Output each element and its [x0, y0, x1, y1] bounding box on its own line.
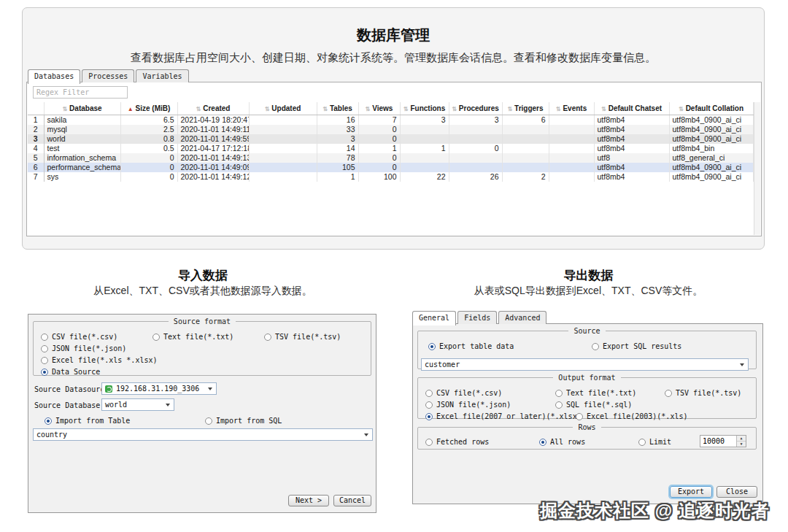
cell [249, 163, 317, 172]
column-header-functions[interactable]: ⇅Functions [400, 102, 449, 115]
vertical-scrollbar[interactable] [754, 102, 760, 235]
export-subtitle: 从表或SQL导出数据到Excel、TXT、CSV等文件。 [412, 285, 765, 298]
cell: 3 [317, 134, 358, 144]
cell: 33 [317, 125, 358, 134]
column-header-size-mib-[interactable]: ▲Size (MiB) [120, 102, 177, 115]
column-header-default-collation[interactable]: ⇅Default Collation [669, 102, 753, 115]
close-button[interactable]: Close [716, 486, 757, 498]
radio-limit[interactable]: Limit [638, 438, 671, 446]
table-row-sys[interactable]: 7sys02020-11-01 14:49:12110022262utf8mb4… [28, 172, 753, 182]
column-header-updated[interactable]: ⇅Updated [249, 102, 317, 115]
radio-out-xls[interactable]: Excel file(2003)(*.xls) [576, 412, 687, 420]
radio-excel-file[interactable]: Excel file(*.xls *.xlsx) [41, 356, 158, 364]
source-format-fieldset: Source format CSV file(*.csv) Text file(… [33, 317, 371, 376]
column-header-created[interactable]: ⇅Created [177, 102, 249, 115]
table-row-sakila[interactable]: 1sakila6.52021-04-19 18:20:47167336utf8m… [28, 115, 753, 125]
column-header-triggers[interactable]: ⇅Triggers [502, 102, 549, 115]
export-title: 导出数据 [412, 267, 765, 284]
radio-import-from-sql[interactable]: Import from SQL [205, 417, 282, 425]
column-header-database[interactable]: ⇅Database [44, 102, 120, 115]
radio-out-json[interactable]: JSON file(*.json) [425, 401, 511, 409]
radio-out-sql[interactable]: SQL file(*.sql) [555, 401, 632, 409]
cell [502, 144, 549, 153]
source-database-combo[interactable]: world [101, 398, 174, 411]
spinner-down-icon[interactable]: ▼ [737, 442, 746, 447]
radio-all-rows[interactable]: All rows [539, 438, 585, 446]
column-header-events[interactable]: ⇅Events [549, 102, 594, 115]
table-row-performance_schema[interactable]: 6performance_schema02020-11-01 14:49:091… [28, 163, 753, 172]
limit-input[interactable] [700, 436, 736, 447]
radio-import-from-table[interactable]: Import from Table [45, 417, 130, 425]
table-row-mysql[interactable]: 2mysql2.52020-11-01 14:49:11330utf8mb4ut… [28, 125, 753, 134]
import-title: 导入数据 [28, 267, 378, 284]
column-header-procedures[interactable]: ⇅Procedures [449, 102, 502, 115]
cell: utf8 [594, 153, 669, 163]
cell [249, 134, 317, 144]
table-row-world[interactable]: 3world0.82020-11-01 14:49:5930utf8mb4utf… [28, 134, 753, 144]
cell: 0 [358, 134, 400, 144]
cell: test [44, 144, 120, 153]
radio-out-tsv[interactable]: TSV file(*.tsv) [665, 389, 741, 397]
export-table-combo[interactable]: customer [421, 358, 749, 371]
radio-json-file[interactable]: JSON file(*.json) [41, 344, 126, 352]
column-label: Updated [271, 104, 301, 112]
limit-spinner[interactable]: ▲▼ [700, 435, 746, 447]
table-row-test[interactable]: 4test0.52021-04-17 17:12:1814110utf8mb4u… [28, 144, 753, 153]
next-button[interactable]: Next > [288, 495, 329, 506]
export-source-legend: Source [568, 327, 605, 335]
sort-icon: ⇅ [196, 106, 201, 112]
tab-processes[interactable]: Processes [82, 69, 134, 82]
column-header-default-chatset[interactable]: ⇅Default Chatset [594, 102, 669, 115]
cell: sakila [44, 115, 120, 125]
output-format-legend: Output format [553, 374, 620, 382]
export-source-fieldset: Source Export table data Export SQL resu… [417, 327, 757, 369]
source-datasource-combo[interactable]: 192.168.31.190_3306 [101, 382, 217, 395]
source-table-combo[interactable]: country [33, 428, 373, 441]
sort-icon: ⇅ [322, 106, 328, 112]
column-label: Database [69, 104, 101, 112]
cell: 2020-11-01 14:49:11 [177, 125, 249, 134]
tab-variables[interactable]: Variables [136, 69, 188, 82]
radio-export-sql-results[interactable]: Export SQL results [592, 342, 681, 350]
sort-icon: ⇅ [265, 106, 270, 112]
export-button[interactable]: Export [670, 486, 712, 498]
radio-out-csv[interactable]: CSV file(*.csv) [425, 389, 502, 397]
sort-icon: ⇅ [601, 106, 606, 112]
column-label: Views [372, 104, 393, 112]
cell: utf8mb4_0900_ai_ci [669, 163, 753, 172]
cell [400, 134, 449, 144]
tab-databases[interactable]: Databases [28, 69, 80, 84]
radio-tsv-file[interactable]: TSV file(*.tsv) [264, 333, 341, 341]
grid-bottom-spacer [28, 229, 752, 235]
radio-fetched-rows[interactable]: Fetched rows [425, 438, 489, 446]
radio-export-table-data[interactable]: Export table data [428, 342, 514, 350]
table-row-information_schema[interactable]: 5information_schema02020-11-01 14:49:137… [28, 153, 753, 163]
cell: 16 [317, 115, 358, 125]
radio-icon [45, 417, 52, 425]
tab-advanced[interactable]: Advanced [498, 311, 546, 324]
column-label: Events [563, 104, 587, 112]
radio-out-xlsx[interactable]: Excel file(2007 or later)(*.xlsx) [425, 412, 582, 420]
column-label: Default Chatset [609, 104, 662, 112]
radio-icon [41, 345, 48, 352]
cell [249, 172, 317, 182]
cell: 2020-11-01 14:49:59 [177, 134, 249, 144]
radio-text-file[interactable]: Text file(*.txt) [152, 333, 233, 341]
regex-filter-input[interactable] [33, 86, 128, 99]
tab-general[interactable]: General [412, 311, 456, 325]
cell [549, 153, 594, 163]
cell: 6 [502, 115, 549, 125]
cancel-button[interactable]: Cancel [333, 495, 371, 506]
column-label: Triggers [514, 104, 543, 112]
sort-icon: ⇅ [366, 106, 371, 112]
tab-fields[interactable]: Fields [457, 311, 497, 324]
radio-out-text[interactable]: Text file(*.txt) [555, 389, 636, 397]
radio-icon [41, 357, 48, 364]
radio-data-source[interactable]: Data Source [41, 368, 100, 376]
column-header-tables[interactable]: ⇅Tables [317, 102, 358, 115]
radio-csv-file[interactable]: CSV file(*.csv) [41, 333, 117, 341]
cell: utf8mb4_0900_ai_ci [669, 115, 753, 125]
cell: 1 [400, 144, 449, 153]
spinner-up-icon[interactable]: ▲ [737, 436, 746, 442]
column-header-views[interactable]: ⇅Views [358, 102, 400, 115]
